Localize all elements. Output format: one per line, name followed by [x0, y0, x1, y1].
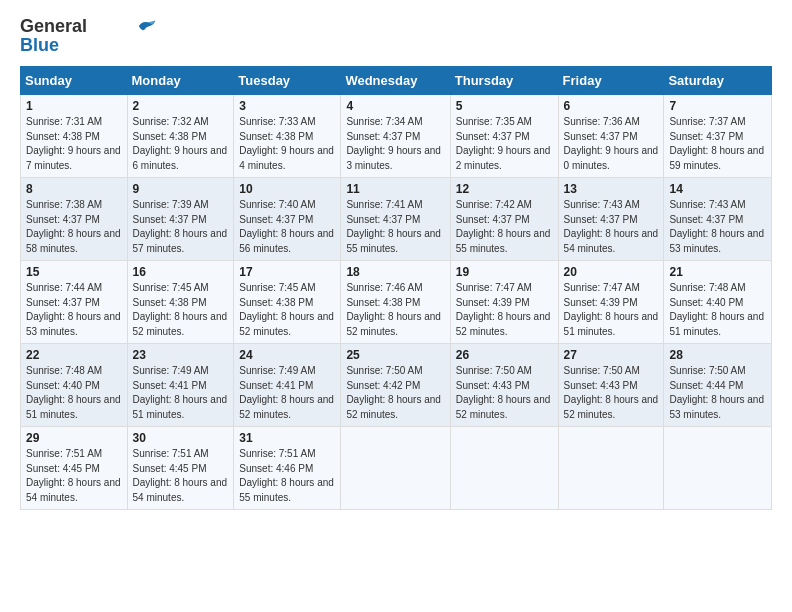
- calendar-cell: 25Sunrise: 7:50 AMSunset: 4:42 PMDayligh…: [341, 344, 450, 427]
- calendar-cell: 22Sunrise: 7:48 AMSunset: 4:40 PMDayligh…: [21, 344, 128, 427]
- calendar-cell: 9Sunrise: 7:39 AMSunset: 4:37 PMDaylight…: [127, 178, 234, 261]
- calendar-week-row: 8Sunrise: 7:38 AMSunset: 4:37 PMDaylight…: [21, 178, 772, 261]
- day-number: 29: [26, 431, 122, 445]
- calendar-cell: [558, 427, 664, 510]
- calendar-cell: 8Sunrise: 7:38 AMSunset: 4:37 PMDaylight…: [21, 178, 128, 261]
- day-number: 8: [26, 182, 122, 196]
- calendar-cell: 1Sunrise: 7:31 AMSunset: 4:38 PMDaylight…: [21, 95, 128, 178]
- logo-text-general: General: [20, 16, 87, 37]
- calendar-cell: 2Sunrise: 7:32 AMSunset: 4:38 PMDaylight…: [127, 95, 234, 178]
- calendar-week-row: 22Sunrise: 7:48 AMSunset: 4:40 PMDayligh…: [21, 344, 772, 427]
- day-info: Sunrise: 7:50 AMSunset: 4:44 PMDaylight:…: [669, 364, 766, 422]
- day-number: 19: [456, 265, 553, 279]
- logo-bird-icon: [137, 18, 159, 34]
- day-info: Sunrise: 7:33 AMSunset: 4:38 PMDaylight:…: [239, 115, 335, 173]
- day-number: 4: [346, 99, 444, 113]
- day-info: Sunrise: 7:40 AMSunset: 4:37 PMDaylight:…: [239, 198, 335, 256]
- calendar-cell: 7Sunrise: 7:37 AMSunset: 4:37 PMDaylight…: [664, 95, 772, 178]
- day-number: 15: [26, 265, 122, 279]
- calendar-cell: 23Sunrise: 7:49 AMSunset: 4:41 PMDayligh…: [127, 344, 234, 427]
- calendar-cell: 29Sunrise: 7:51 AMSunset: 4:45 PMDayligh…: [21, 427, 128, 510]
- day-number: 16: [133, 265, 229, 279]
- day-info: Sunrise: 7:48 AMSunset: 4:40 PMDaylight:…: [26, 364, 122, 422]
- day-number: 25: [346, 348, 444, 362]
- calendar-cell: 14Sunrise: 7:43 AMSunset: 4:37 PMDayligh…: [664, 178, 772, 261]
- day-number: 7: [669, 99, 766, 113]
- header-friday: Friday: [558, 67, 664, 95]
- day-info: Sunrise: 7:32 AMSunset: 4:38 PMDaylight:…: [133, 115, 229, 173]
- day-info: Sunrise: 7:47 AMSunset: 4:39 PMDaylight:…: [456, 281, 553, 339]
- day-info: Sunrise: 7:47 AMSunset: 4:39 PMDaylight:…: [564, 281, 659, 339]
- day-number: 21: [669, 265, 766, 279]
- day-number: 28: [669, 348, 766, 362]
- day-number: 14: [669, 182, 766, 196]
- day-info: Sunrise: 7:51 AMSunset: 4:45 PMDaylight:…: [26, 447, 122, 505]
- calendar-cell: 21Sunrise: 7:48 AMSunset: 4:40 PMDayligh…: [664, 261, 772, 344]
- day-number: 12: [456, 182, 553, 196]
- header-sunday: Sunday: [21, 67, 128, 95]
- day-number: 5: [456, 99, 553, 113]
- header-tuesday: Tuesday: [234, 67, 341, 95]
- calendar-cell: [450, 427, 558, 510]
- day-info: Sunrise: 7:51 AMSunset: 4:46 PMDaylight:…: [239, 447, 335, 505]
- day-number: 27: [564, 348, 659, 362]
- day-info: Sunrise: 7:41 AMSunset: 4:37 PMDaylight:…: [346, 198, 444, 256]
- day-info: Sunrise: 7:35 AMSunset: 4:37 PMDaylight:…: [456, 115, 553, 173]
- day-info: Sunrise: 7:43 AMSunset: 4:37 PMDaylight:…: [669, 198, 766, 256]
- calendar-cell: 31Sunrise: 7:51 AMSunset: 4:46 PMDayligh…: [234, 427, 341, 510]
- day-number: 1: [26, 99, 122, 113]
- calendar-cell: 11Sunrise: 7:41 AMSunset: 4:37 PMDayligh…: [341, 178, 450, 261]
- header-wednesday: Wednesday: [341, 67, 450, 95]
- day-info: Sunrise: 7:31 AMSunset: 4:38 PMDaylight:…: [26, 115, 122, 173]
- day-number: 13: [564, 182, 659, 196]
- day-info: Sunrise: 7:42 AMSunset: 4:37 PMDaylight:…: [456, 198, 553, 256]
- day-number: 22: [26, 348, 122, 362]
- day-info: Sunrise: 7:50 AMSunset: 4:42 PMDaylight:…: [346, 364, 444, 422]
- day-number: 17: [239, 265, 335, 279]
- day-info: Sunrise: 7:50 AMSunset: 4:43 PMDaylight:…: [564, 364, 659, 422]
- header-thursday: Thursday: [450, 67, 558, 95]
- day-info: Sunrise: 7:50 AMSunset: 4:43 PMDaylight:…: [456, 364, 553, 422]
- day-info: Sunrise: 7:46 AMSunset: 4:38 PMDaylight:…: [346, 281, 444, 339]
- day-number: 20: [564, 265, 659, 279]
- calendar-cell: 4Sunrise: 7:34 AMSunset: 4:37 PMDaylight…: [341, 95, 450, 178]
- day-number: 9: [133, 182, 229, 196]
- day-number: 30: [133, 431, 229, 445]
- calendar-cell: 28Sunrise: 7:50 AMSunset: 4:44 PMDayligh…: [664, 344, 772, 427]
- day-number: 3: [239, 99, 335, 113]
- calendar-cell: 19Sunrise: 7:47 AMSunset: 4:39 PMDayligh…: [450, 261, 558, 344]
- day-info: Sunrise: 7:34 AMSunset: 4:37 PMDaylight:…: [346, 115, 444, 173]
- day-info: Sunrise: 7:39 AMSunset: 4:37 PMDaylight:…: [133, 198, 229, 256]
- day-number: 31: [239, 431, 335, 445]
- day-info: Sunrise: 7:44 AMSunset: 4:37 PMDaylight:…: [26, 281, 122, 339]
- calendar-cell: 12Sunrise: 7:42 AMSunset: 4:37 PMDayligh…: [450, 178, 558, 261]
- day-info: Sunrise: 7:51 AMSunset: 4:45 PMDaylight:…: [133, 447, 229, 505]
- day-number: 2: [133, 99, 229, 113]
- day-info: Sunrise: 7:49 AMSunset: 4:41 PMDaylight:…: [133, 364, 229, 422]
- calendar-cell: 5Sunrise: 7:35 AMSunset: 4:37 PMDaylight…: [450, 95, 558, 178]
- calendar-table: SundayMondayTuesdayWednesdayThursdayFrid…: [20, 66, 772, 510]
- calendar-cell: 6Sunrise: 7:36 AMSunset: 4:37 PMDaylight…: [558, 95, 664, 178]
- calendar-cell: 3Sunrise: 7:33 AMSunset: 4:38 PMDaylight…: [234, 95, 341, 178]
- calendar-cell: 15Sunrise: 7:44 AMSunset: 4:37 PMDayligh…: [21, 261, 128, 344]
- day-info: Sunrise: 7:45 AMSunset: 4:38 PMDaylight:…: [239, 281, 335, 339]
- day-info: Sunrise: 7:36 AMSunset: 4:37 PMDaylight:…: [564, 115, 659, 173]
- calendar-cell: 16Sunrise: 7:45 AMSunset: 4:38 PMDayligh…: [127, 261, 234, 344]
- calendar-header-row: SundayMondayTuesdayWednesdayThursdayFrid…: [21, 67, 772, 95]
- day-info: Sunrise: 7:37 AMSunset: 4:37 PMDaylight:…: [669, 115, 766, 173]
- calendar-week-row: 29Sunrise: 7:51 AMSunset: 4:45 PMDayligh…: [21, 427, 772, 510]
- calendar-cell: 30Sunrise: 7:51 AMSunset: 4:45 PMDayligh…: [127, 427, 234, 510]
- calendar-cell: 24Sunrise: 7:49 AMSunset: 4:41 PMDayligh…: [234, 344, 341, 427]
- calendar-cell: 20Sunrise: 7:47 AMSunset: 4:39 PMDayligh…: [558, 261, 664, 344]
- logo-text-blue: Blue: [20, 35, 59, 56]
- day-info: Sunrise: 7:38 AMSunset: 4:37 PMDaylight:…: [26, 198, 122, 256]
- day-number: 6: [564, 99, 659, 113]
- calendar-cell: [664, 427, 772, 510]
- calendar-cell: 26Sunrise: 7:50 AMSunset: 4:43 PMDayligh…: [450, 344, 558, 427]
- calendar-cell: 18Sunrise: 7:46 AMSunset: 4:38 PMDayligh…: [341, 261, 450, 344]
- logo: General Blue: [20, 16, 159, 56]
- day-number: 23: [133, 348, 229, 362]
- day-number: 26: [456, 348, 553, 362]
- day-info: Sunrise: 7:49 AMSunset: 4:41 PMDaylight:…: [239, 364, 335, 422]
- header-saturday: Saturday: [664, 67, 772, 95]
